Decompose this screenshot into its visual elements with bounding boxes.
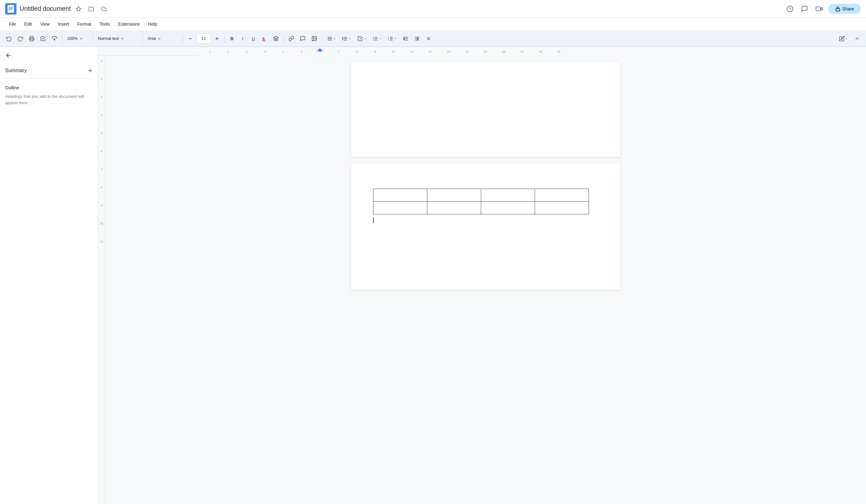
back-button[interactable] <box>5 52 12 61</box>
table-cell-r2c1[interactable] <box>374 202 427 214</box>
divider-7 <box>322 34 322 43</box>
menu-insert[interactable]: Insert <box>54 20 73 29</box>
star-button[interactable] <box>74 4 83 14</box>
chevron-down-icon-numbered <box>393 37 397 41</box>
cloud-icon <box>101 6 107 12</box>
ruler-mark-11: 11 <box>98 239 105 257</box>
style-select[interactable]: Normal text <box>96 33 140 44</box>
zoom-select[interactable]: 100% <box>65 33 90 44</box>
editing-mode-button[interactable] <box>837 33 851 44</box>
redo-icon <box>18 36 23 42</box>
redo-button[interactable] <box>15 33 25 44</box>
line-spacing-button[interactable] <box>340 33 354 44</box>
comment-button[interactable] <box>799 3 810 14</box>
minus-icon <box>188 36 193 41</box>
checklist-icon <box>357 36 363 42</box>
underline-button[interactable]: U <box>249 33 258 44</box>
font-size-input[interactable]: 11 <box>196 33 211 44</box>
page-2[interactable] <box>351 163 620 290</box>
bullet-list-button[interactable] <box>370 33 384 44</box>
menu-file[interactable]: File <box>5 20 20 29</box>
svg-text:8: 8 <box>356 50 358 53</box>
font-size-decrease-button[interactable] <box>186 33 195 44</box>
document-canvas[interactable] <box>105 56 866 504</box>
text-color-button[interactable]: A <box>259 33 269 44</box>
add-summary-button[interactable]: + <box>87 66 93 75</box>
spellcheck-button[interactable] <box>38 33 48 44</box>
clear-formatting-button[interactable] <box>423 33 434 44</box>
table-cell-r1c2[interactable] <box>427 189 481 202</box>
font-select[interactable]: Arial <box>145 33 180 44</box>
print-button[interactable] <box>26 33 37 44</box>
folder-button[interactable] <box>87 4 96 14</box>
video-button[interactable] <box>814 3 824 14</box>
svg-text:1: 1 <box>227 50 229 53</box>
checklist-button[interactable] <box>355 33 369 44</box>
chevron-down-icon-font <box>157 36 162 41</box>
undo-icon <box>6 36 12 42</box>
menu-tools[interactable]: Tools <box>96 20 114 29</box>
indent-decrease-button[interactable] <box>401 33 411 44</box>
link-icon <box>289 36 294 42</box>
svg-rect-10 <box>30 39 33 41</box>
chevron-down-icon-checklist <box>363 37 367 41</box>
svg-text:1: 1 <box>209 50 211 53</box>
chevron-down-icon-spacing <box>348 37 352 41</box>
plus-icon <box>214 36 220 41</box>
numbered-list-icon: 123 <box>388 36 393 42</box>
table-cell-r1c3[interactable] <box>481 189 535 202</box>
divider-3 <box>143 34 143 43</box>
italic-button[interactable]: I <box>238 33 247 44</box>
table-cell-r2c4[interactable] <box>535 202 589 214</box>
docs-icon <box>5 3 16 14</box>
page-1[interactable] <box>351 62 620 157</box>
summary-title: Summary <box>5 68 26 74</box>
undo-button[interactable] <box>4 33 14 44</box>
svg-point-28 <box>373 38 374 38</box>
document-title[interactable]: Untitled document <box>20 5 71 12</box>
table-cell-r1c1[interactable] <box>374 189 427 202</box>
svg-text:19: 19 <box>557 50 560 53</box>
align-icon <box>327 36 333 42</box>
cloud-save-button[interactable] <box>99 4 109 14</box>
indent-increase-button[interactable] <box>412 33 422 44</box>
collapse-toolbar-button[interactable] <box>852 33 862 44</box>
ruler-svg: 1 1 2 3 4 5 6 7 8 9 10 11 12 13 14 15 16 <box>200 47 866 56</box>
svg-point-27 <box>373 37 374 37</box>
svg-text:7: 7 <box>338 50 339 53</box>
table-row[interactable] <box>374 202 589 214</box>
bold-button[interactable]: B <box>227 33 237 44</box>
spellcheck-icon <box>40 36 46 42</box>
table-cell-r2c3[interactable] <box>481 202 535 214</box>
divider-2 <box>93 34 93 43</box>
table-cell-r2c2[interactable] <box>427 202 481 214</box>
menu-view[interactable]: View <box>36 20 54 29</box>
highlight-button[interactable] <box>271 33 281 44</box>
menu-format[interactable]: Format <box>74 20 95 29</box>
ruler-mark-4: 4 <box>98 113 105 131</box>
numbered-list-button[interactable]: 123 <box>386 33 399 44</box>
text-cursor <box>373 217 374 223</box>
link-button[interactable] <box>286 33 297 44</box>
insert-comment-button[interactable] <box>298 33 308 44</box>
ruler-mark-6: 6 <box>98 149 105 167</box>
ruler-mark-2: 2 <box>98 77 105 95</box>
menu-extensions[interactable]: Extensions <box>114 20 144 29</box>
paint-format-button[interactable] <box>49 33 59 44</box>
history-button[interactable] <box>785 3 795 14</box>
ruler-mark-8: 8 <box>98 185 105 203</box>
font-size-increase-button[interactable] <box>212 33 222 44</box>
style-value: Normal text <box>98 36 119 41</box>
outline-title: Outline <box>5 85 93 90</box>
insert-image-button[interactable] <box>309 33 319 44</box>
menu-help[interactable]: Help <box>144 20 161 29</box>
svg-text:12: 12 <box>429 50 432 53</box>
menu-edit[interactable]: Edit <box>21 20 36 29</box>
table-row[interactable] <box>374 189 589 202</box>
align-button[interactable] <box>325 33 338 44</box>
document-table[interactable] <box>373 189 589 214</box>
share-button[interactable]: Share <box>828 4 861 14</box>
table-cell-r1c4[interactable] <box>535 189 589 202</box>
svg-text:3: 3 <box>264 50 266 53</box>
add-icon: + <box>88 67 92 75</box>
